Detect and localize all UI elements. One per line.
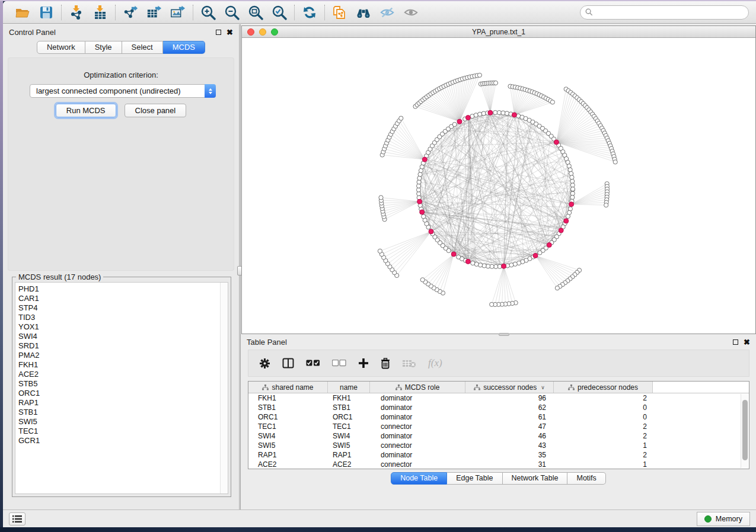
cell-successor-nodes[interactable]: 62 <box>465 403 554 412</box>
cell-shared-name[interactable]: ORC1 <box>248 413 328 421</box>
network-canvas[interactable] <box>242 38 755 334</box>
export-table-button[interactable] <box>146 5 162 20</box>
cell-predecessor-nodes[interactable]: 2 <box>554 394 653 402</box>
cell-successor-nodes[interactable]: 47 <box>465 422 554 431</box>
cell-shared-name[interactable]: RAP1 <box>248 451 328 459</box>
column-header-name[interactable]: name <box>328 382 370 393</box>
mcds-result-item[interactable]: GCR1 <box>18 436 228 446</box>
cell-successor-nodes[interactable]: 61 <box>465 413 554 421</box>
table-row[interactable]: ORC1ORC1dominator610 <box>248 412 749 422</box>
select-all-button[interactable] <box>306 360 320 367</box>
mcds-hub-node[interactable] <box>451 252 456 257</box>
sort-indicator-icon[interactable]: ∨ <box>541 384 545 390</box>
table-settings-button[interactable] <box>259 358 270 369</box>
mcds-hub-node[interactable] <box>533 253 538 258</box>
mcds-hub-node[interactable] <box>429 229 433 234</box>
leaf-node[interactable] <box>399 116 403 120</box>
cell-predecessor-nodes[interactable]: 1 <box>554 441 653 450</box>
mcds-hub-node[interactable] <box>422 157 427 162</box>
column-header-shared-name[interactable]: shared name <box>248 382 328 393</box>
tab-network-table[interactable]: Network Table <box>503 472 568 485</box>
apply-layout-button[interactable] <box>302 5 317 20</box>
leaf-node[interactable] <box>420 278 425 282</box>
cell-name[interactable]: FKH1 <box>328 394 370 402</box>
cell-shared-name[interactable]: SWI5 <box>248 441 328 450</box>
mcds-result-item[interactable]: PHD1 <box>18 284 228 294</box>
ring-node[interactable] <box>452 122 457 126</box>
table-row[interactable]: SWI4SWI4dominator462 <box>248 431 749 441</box>
first-neighbors-button[interactable] <box>356 5 371 20</box>
save-session-button[interactable] <box>39 5 54 20</box>
ring-node[interactable] <box>478 112 482 116</box>
mcds-result-item[interactable]: STB1 <box>18 408 228 417</box>
table-row[interactable]: ACE2ACE2connector311 <box>248 460 749 469</box>
mcds-hub-node[interactable] <box>465 116 470 120</box>
cell-successor-nodes[interactable]: 31 <box>465 460 554 469</box>
close-panel-icon[interactable]: ✖ <box>744 339 750 345</box>
mcds-hub-node[interactable] <box>465 259 470 264</box>
hide-selected-button[interactable] <box>379 5 395 20</box>
cell-predecessor-nodes[interactable]: 2 <box>554 422 653 431</box>
cell-predecessor-nodes[interactable]: 2 <box>554 432 653 440</box>
mcds-hub-node[interactable] <box>569 202 574 207</box>
tab-select[interactable]: Select <box>122 41 163 54</box>
export-network-button[interactable] <box>123 5 138 20</box>
table-scrollbar-thumb[interactable] <box>742 400 748 460</box>
cell-shared-name[interactable]: FKH1 <box>248 394 328 402</box>
close-panel-icon[interactable]: ✖ <box>227 30 233 35</box>
table-row[interactable]: TEC1TEC1connector472 <box>248 422 749 431</box>
table-row[interactable]: FKH1FKH1dominator962 <box>248 393 749 403</box>
mcds-hub-node[interactable] <box>457 119 462 124</box>
mcds-result-item[interactable]: FKH1 <box>18 360 228 370</box>
table-scrollbar[interactable] <box>741 394 748 468</box>
cell-name[interactable]: ACE2 <box>328 460 370 469</box>
import-network-button[interactable] <box>69 5 84 20</box>
cell-shared-name[interactable]: TEC1 <box>248 422 328 431</box>
cell-mcds-role[interactable]: dominator <box>370 413 465 421</box>
ring-node[interactable] <box>566 214 570 219</box>
cell-successor-nodes[interactable]: 46 <box>465 432 554 440</box>
ring-node[interactable] <box>417 184 421 188</box>
mcds-result-item[interactable]: YOX1 <box>18 322 228 332</box>
zoom-in-button[interactable] <box>200 5 216 20</box>
show-all-button[interactable] <box>403 5 419 20</box>
leaf-node[interactable] <box>613 160 617 164</box>
float-panel-icon[interactable] <box>216 30 221 35</box>
mcds-result-item[interactable]: STB5 <box>18 379 228 389</box>
cell-name[interactable]: SWI4 <box>328 432 370 440</box>
mcds-hub-node[interactable] <box>554 140 559 145</box>
leaf-node[interactable] <box>477 73 481 77</box>
mcds-hub-node[interactable] <box>512 113 516 117</box>
cell-mcds-role[interactable]: dominator <box>370 403 465 412</box>
node-table[interactable]: shared namenameMCDS rolesuccessor nodes∨… <box>248 381 749 469</box>
delete-row-button[interactable] <box>381 358 390 369</box>
mcds-hub-node[interactable] <box>502 264 506 268</box>
mcds-result-item[interactable]: SWI4 <box>18 332 228 341</box>
mcds-result-item[interactable]: TID3 <box>18 313 228 322</box>
leaf-node[interactable] <box>490 302 494 306</box>
mcds-hub-node[interactable] <box>417 199 422 204</box>
cell-name[interactable]: STB1 <box>328 403 370 412</box>
leaf-node[interactable] <box>604 203 608 207</box>
ring-node[interactable] <box>471 261 475 265</box>
cell-name[interactable]: RAP1 <box>328 451 370 459</box>
deselect-all-button[interactable] <box>332 360 346 367</box>
mcds-result-item[interactable]: TEC1 <box>18 427 228 436</box>
ring-node[interactable] <box>570 187 575 191</box>
search-input[interactable] <box>580 5 749 20</box>
cell-name[interactable]: TEC1 <box>328 422 370 431</box>
tab-network[interactable]: Network <box>37 41 85 54</box>
clone-network-button[interactable] <box>332 5 347 20</box>
cell-name[interactable]: ORC1 <box>328 413 370 421</box>
cell-shared-name[interactable]: STB1 <box>248 403 328 412</box>
cell-mcds-role[interactable]: dominator <box>370 451 465 459</box>
cell-successor-nodes[interactable]: 96 <box>465 394 554 402</box>
table-row[interactable]: RAP1RAP1dominator352 <box>248 450 749 460</box>
tab-node-table[interactable]: Node Table <box>391 472 447 485</box>
show-panels-menu-button[interactable] <box>9 512 25 525</box>
cell-shared-name[interactable]: SWI4 <box>248 432 328 440</box>
cell-shared-name[interactable]: ACE2 <box>248 460 328 469</box>
leaf-node[interactable] <box>550 100 554 104</box>
mcds-result-item[interactable]: SRD1 <box>18 341 228 351</box>
memory-button[interactable]: Memory <box>697 512 750 526</box>
